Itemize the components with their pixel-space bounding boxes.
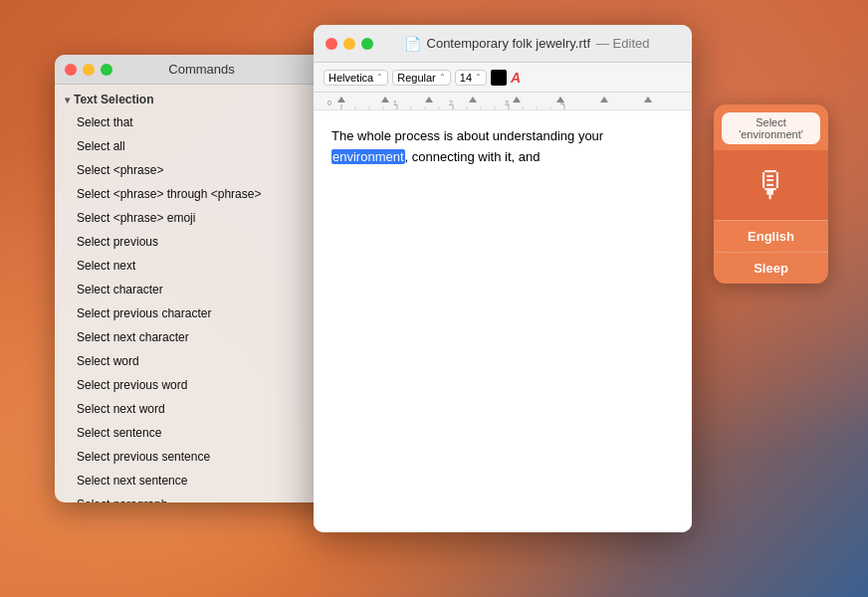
italic-a-button[interactable]: A <box>511 70 521 86</box>
doc-toolbar: Helvetica ⌃ Regular ⌃ 14 ⌃ A <box>314 63 692 93</box>
font-size: 14 <box>460 72 472 84</box>
doc-titlebar-buttons <box>326 38 373 50</box>
doc-maximize-button[interactable] <box>361 38 373 50</box>
commands-panel: Commands ▾ Text Selection Select that Se… <box>55 55 348 502</box>
microphone-icon: 🎙 <box>754 164 789 206</box>
voice-language-button[interactable]: English <box>714 220 828 252</box>
maximize-button[interactable] <box>101 64 112 76</box>
list-item[interactable]: Select previous sentence <box>55 445 348 469</box>
svg-rect-0 <box>314 93 692 110</box>
list-item[interactable]: Select previous character <box>55 301 348 325</box>
section-header-text-selection: ▾ Text Selection <box>55 89 348 110</box>
svg-text:0: 0 <box>327 100 331 106</box>
doc-title-area: 📄 Contemporary folk jewelry.rtf — Edited <box>373 36 680 52</box>
svg-text:3: 3 <box>505 100 509 106</box>
voice-mic-area: 🎙 <box>714 150 828 220</box>
color-swatch[interactable] <box>491 70 507 86</box>
highlighted-word: environment <box>331 149 405 164</box>
panel-title: Commands <box>168 62 234 77</box>
list-item[interactable]: Select next word <box>55 397 348 421</box>
doc-minimize-button[interactable] <box>343 38 355 50</box>
list-item[interactable]: Select all <box>55 134 348 158</box>
doc-content[interactable]: The whole process is about understanding… <box>314 110 692 532</box>
document-window: 📄 Contemporary folk jewelry.rtf — Edited… <box>314 25 692 532</box>
titlebar-buttons <box>65 64 112 76</box>
doc-close-button[interactable] <box>326 38 337 50</box>
style-selector[interactable]: Regular ⌃ <box>392 70 451 86</box>
minimize-button[interactable] <box>83 64 95 76</box>
doc-icon: 📄 <box>404 36 421 52</box>
commands-list: ▾ Text Selection Select that Select all … <box>55 85 348 502</box>
close-button[interactable] <box>65 64 77 76</box>
section-label: Text Selection <box>74 93 153 106</box>
list-item[interactable]: Select next character <box>55 325 348 349</box>
doc-edited-label: — Edited <box>596 36 649 51</box>
font-selector[interactable]: Helvetica ⌃ <box>324 70 388 86</box>
list-item[interactable]: Select word <box>55 349 348 373</box>
font-style: Regular <box>397 72 436 84</box>
list-item[interactable]: Select character <box>55 278 348 301</box>
list-item[interactable]: Select that <box>55 110 348 134</box>
doc-ruler: 0 1 2 3 4 <box>314 93 692 110</box>
ruler-svg: 0 1 2 3 4 <box>314 93 692 110</box>
list-item[interactable]: Select paragraph <box>55 493 348 502</box>
doc-text: The whole process is about understanding… <box>331 128 603 164</box>
svg-text:2: 2 <box>449 100 453 106</box>
voice-lang-label: English <box>748 229 794 244</box>
style-arrow-icon: ⌃ <box>439 73 446 82</box>
list-item[interactable]: Select previous word <box>55 373 348 397</box>
voice-search-text: Select 'environment' <box>739 116 803 140</box>
doc-titlebar: 📄 Contemporary folk jewelry.rtf — Edited <box>314 25 692 63</box>
list-item[interactable]: Select <phrase> emoji <box>55 206 348 230</box>
list-item[interactable]: Select next sentence <box>55 469 348 493</box>
voice-sleep-label: Sleep <box>754 261 788 276</box>
voice-search-bar: Select 'environment' <box>722 112 820 144</box>
doc-text-after: , connecting with it, and <box>405 149 541 164</box>
list-item[interactable]: Select <phrase> <box>55 158 348 182</box>
font-name: Helvetica <box>328 72 373 84</box>
voice-panel: Select 'environment' 🎙 English Sleep <box>714 104 828 284</box>
list-item[interactable]: Select <phrase> through <phrase> <box>55 182 348 206</box>
doc-text-before: The whole process is about understanding… <box>331 128 603 143</box>
doc-title: Contemporary folk jewelry.rtf <box>427 36 590 51</box>
chevron-icon: ▾ <box>65 95 70 105</box>
voice-sleep-button[interactable]: Sleep <box>714 252 828 284</box>
commands-titlebar: Commands <box>55 55 348 85</box>
svg-text:1: 1 <box>393 100 397 106</box>
size-arrow-icon: ⌃ <box>475 73 482 82</box>
list-item[interactable]: Select next <box>55 254 348 278</box>
size-selector[interactable]: 14 ⌃ <box>455 70 487 86</box>
list-item[interactable]: Select sentence <box>55 421 348 445</box>
font-arrow-icon: ⌃ <box>376 73 383 82</box>
list-item[interactable]: Select previous <box>55 230 348 254</box>
